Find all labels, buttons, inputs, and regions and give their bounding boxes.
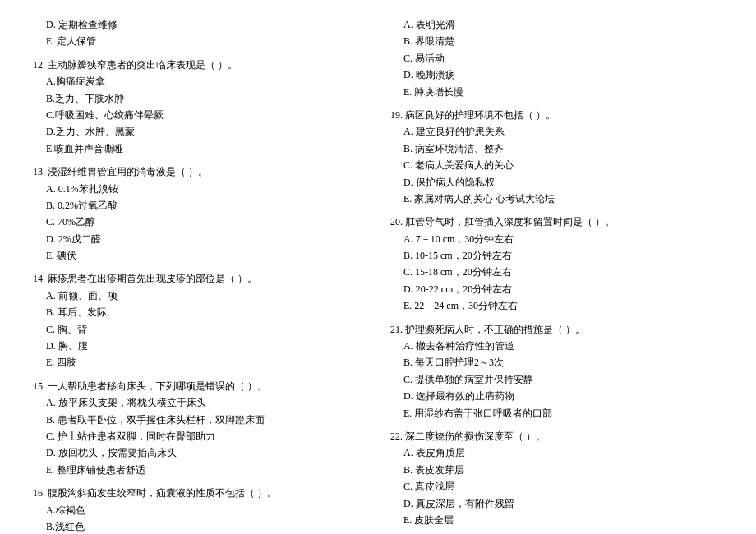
left-column: D. 定期检查维修 E. 定人保管 12. 主动脉瓣狭窄患者的突出临床表现是（ … bbox=[33, 16, 366, 534]
q22-option-a: A. 表皮角质层 bbox=[390, 444, 723, 461]
question-14: 14. 麻疹患者在出疹期首先出现皮疹的部位是（ ）。 A. 前额、面、项 B. … bbox=[33, 270, 366, 371]
q13-option-d: D. 2%戊二醛 bbox=[33, 231, 366, 247]
question-16: 16. 腹股沟斜疝发生绞窄时，疝囊液的性质不包括（ ）。 A.棕褐色 B.浅红色… bbox=[33, 485, 366, 534]
continuation-block: D. 定期检查维修 E. 定人保管 bbox=[33, 16, 366, 50]
q12-option-b: B.乏力、下肢水肿 bbox=[33, 90, 366, 107]
q15-option-b: B. 患者取平卧位，双手握住床头栏杆，双脚蹬床面 bbox=[33, 412, 366, 428]
question-21-title: 21. 护理濒死病人时，不正确的措施是（ ）。 bbox=[390, 321, 723, 338]
question-13-title: 13. 浸湿纤维胃管宜用的消毒液是（ ）。 bbox=[33, 163, 366, 180]
q14-option-c: C. 胸、背 bbox=[33, 321, 366, 338]
q14-option-b: B. 耳后、发际 bbox=[33, 304, 366, 320]
question-19: 19. 病区良好的护理环境不包括（ ）。 A. 建立良好的护患关系 B. 病室环… bbox=[390, 107, 723, 207]
q20-option-e: E. 22－24 cm，30分钟左右 bbox=[390, 297, 723, 314]
q22-option-e: E. 皮肤全层 bbox=[390, 512, 723, 528]
q18-option-e: E. 肿块增长慢 bbox=[390, 84, 723, 100]
q16-option-a: A.棕褐色 bbox=[33, 502, 366, 518]
question-13: 13. 浸湿纤维胃管宜用的消毒液是（ ）。 A. 0.1%苯扎溴铵 B. 0.2… bbox=[33, 163, 366, 264]
question-12-title: 12. 主动脉瓣狭窄患者的突出临床表现是（ ）。 bbox=[33, 57, 366, 73]
q12-option-e: E.咳血并声音嘶哑 bbox=[33, 140, 366, 157]
q22-option-b: B. 表皮发芽层 bbox=[390, 462, 723, 478]
q21-option-d: D. 选择最有效的止痛药物 bbox=[390, 388, 723, 404]
q15-option-e: E. 整理床铺使患者舒适 bbox=[33, 462, 366, 478]
option-d: D. 定期检查维修 bbox=[33, 16, 366, 33]
q20-option-d: D. 20-22 cm，20分钟左右 bbox=[390, 281, 723, 297]
q12-option-c: C.呼吸困难、心绞痛伴晕厥 bbox=[33, 107, 366, 123]
q15-option-d: D. 放回枕头，按需要抬高床头 bbox=[33, 444, 366, 461]
question-21: 21. 护理濒死病人时，不正确的措施是（ ）。 A. 撤去各种治疗性的管道 B.… bbox=[390, 321, 723, 421]
q16-option-b: B.浅红色 bbox=[33, 518, 366, 534]
q12-option-a: A.胸痛症炭拿 bbox=[33, 73, 366, 90]
q18-option-b: B. 界限清楚 bbox=[390, 33, 723, 49]
q15-option-a: A. 放平床头支架，将枕头横立于床头 bbox=[33, 394, 366, 411]
q18-option-a: A. 表明光滑 bbox=[390, 16, 723, 33]
question-16-title: 16. 腹股沟斜疝发生绞窄时，疝囊液的性质不包括（ ）。 bbox=[33, 485, 366, 501]
q19-option-c: C. 老病人关爱病人的关心 bbox=[390, 157, 723, 173]
q20-option-a: A. 7－10 cm，30分钟左右 bbox=[390, 231, 723, 247]
q15-option-c: C. 护士站住患者双脚，同时在臀部助力 bbox=[33, 428, 366, 444]
q13-option-a: A. 0.1%苯扎溴铵 bbox=[33, 181, 366, 197]
q22-option-c: C. 真皮浅层 bbox=[390, 478, 723, 495]
question-15: 15. 一人帮助患者移向床头，下列哪项是错误的（ ）。 A. 放平床头支架，将枕… bbox=[33, 378, 366, 478]
q13-option-c: C. 70%乙醇 bbox=[33, 214, 366, 230]
question-20: 20. 肛管导气时，肛管插入深度和留置时间是（ ）。 A. 7－10 cm，30… bbox=[390, 214, 723, 314]
q14-option-d: D. 胸、腹 bbox=[33, 338, 366, 354]
q13-option-e: E. 碘伏 bbox=[33, 247, 366, 264]
question-22: 22. 深二度烧伤的损伤深度至（ ）。 A. 表皮角质层 B. 表皮发芽层 C.… bbox=[390, 428, 723, 528]
q14-option-e: E. 四肢 bbox=[33, 354, 366, 371]
q13-option-b: B. 0.2%过氧乙酸 bbox=[33, 197, 366, 214]
q19-option-d: D. 保护病人的隐私权 bbox=[390, 174, 723, 191]
q12-option-d: D.乏力、水肿、黑蒙 bbox=[33, 123, 366, 140]
q18-option-d: D. 晚期溃疡 bbox=[390, 67, 723, 83]
q21-option-b: B. 每天口腔护理2～3次 bbox=[390, 354, 723, 371]
q20-option-b: B. 10-15 cm，20分钟左右 bbox=[390, 247, 723, 264]
q20-option-c: C. 15-18 cm，20分钟左右 bbox=[390, 264, 723, 280]
right-column: A. 表明光滑 B. 界限清楚 C. 易活动 D. 晚期溃疡 E. 肿块增长慢 … bbox=[390, 16, 723, 534]
q19-option-a: A. 建立良好的护患关系 bbox=[390, 123, 723, 140]
question-20-title: 20. 肛管导气时，肛管插入深度和留置时间是（ ）。 bbox=[390, 214, 723, 230]
q14-option-a: A. 前额、面、项 bbox=[33, 288, 366, 304]
q22-option-d: D. 真皮深层，有附件残留 bbox=[390, 495, 723, 512]
page-content: D. 定期检查维修 E. 定人保管 12. 主动脉瓣狭窄患者的突出临床表现是（ … bbox=[33, 16, 723, 534]
q21-option-a: A. 撤去各种治疗性的管道 bbox=[390, 338, 723, 354]
question-19-title: 19. 病区良好的护理环境不包括（ ）。 bbox=[390, 107, 723, 123]
question-12: 12. 主动脉瓣狭窄患者的突出临床表现是（ ）。 A.胸痛症炭拿 B.乏力、下肢… bbox=[33, 57, 366, 157]
q18-option-c: C. 易活动 bbox=[390, 50, 723, 67]
q19-option-b: B. 病室环境清洁、整齐 bbox=[390, 140, 723, 157]
q19-option-e: E. 家属对病人的关心 心考试大论坛 bbox=[390, 191, 723, 207]
q21-option-e: E. 用湿纱布盖于张口呼吸者的口部 bbox=[390, 405, 723, 421]
q21-option-c: C. 提供单独的病室并保持安静 bbox=[390, 371, 723, 388]
question-15-title: 15. 一人帮助患者移向床头，下列哪项是错误的（ ）。 bbox=[33, 378, 366, 394]
question-18-options: A. 表明光滑 B. 界限清楚 C. 易活动 D. 晚期溃疡 E. 肿块增长慢 bbox=[390, 16, 723, 100]
option-e: E. 定人保管 bbox=[33, 33, 366, 49]
question-14-title: 14. 麻疹患者在出疹期首先出现皮疹的部位是（ ）。 bbox=[33, 270, 366, 287]
question-22-title: 22. 深二度烧伤的损伤深度至（ ）。 bbox=[390, 428, 723, 444]
